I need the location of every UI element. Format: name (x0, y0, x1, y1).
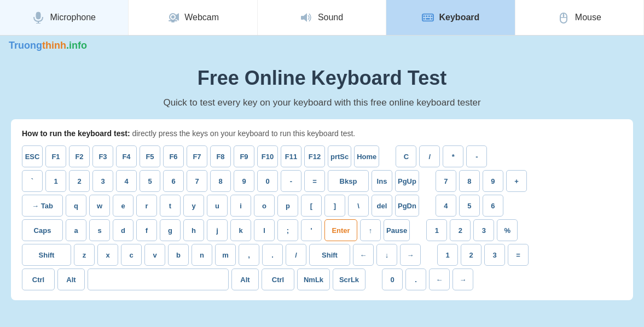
nav-item-mouse[interactable]: Mouse (515, 0, 644, 35)
key-numpad-pct[interactable]: % (497, 219, 518, 241)
key-z[interactable]: z (74, 244, 95, 266)
key-numpad-5[interactable]: 5 (459, 195, 480, 217)
key-f5[interactable]: F5 (140, 145, 160, 167)
key-r[interactable]: r (136, 195, 157, 217)
key-g[interactable]: g (160, 219, 181, 241)
key-numpad-6[interactable]: 6 (483, 195, 503, 217)
nav-item-sound[interactable]: Sound (258, 0, 386, 35)
key-f1[interactable]: F1 (45, 145, 66, 167)
key-5[interactable]: 5 (140, 170, 160, 192)
key-numpad-c[interactable]: C (396, 145, 416, 167)
nav-item-webcam[interactable]: Webcam (129, 0, 257, 35)
key-backspace[interactable]: Bksp (328, 170, 369, 192)
key-lbracket[interactable]: [ (301, 195, 322, 217)
key-f11[interactable]: F11 (281, 145, 301, 167)
key-1[interactable]: 1 (45, 170, 66, 192)
key-y[interactable]: y (183, 195, 204, 217)
key-numpad-2[interactable]: 2 (450, 219, 471, 241)
key-numpad-0[interactable]: 0 (382, 268, 403, 290)
key-numpad-right[interactable]: → (452, 268, 473, 290)
key-d[interactable]: d (113, 219, 134, 241)
key-numpad-2b[interactable]: 2 (461, 244, 481, 266)
key-numpad-7[interactable]: 7 (436, 170, 456, 192)
key-ctrl-right[interactable]: Ctrl (262, 268, 294, 290)
key-space[interactable] (88, 268, 229, 290)
key-0[interactable]: 0 (257, 170, 278, 192)
key-v[interactable]: v (144, 244, 165, 266)
key-t[interactable]: t (160, 195, 181, 217)
key-ctrl-left[interactable]: Ctrl (22, 268, 55, 290)
key-rbracket[interactable]: ] (324, 195, 345, 217)
key-backslash[interactable]: \ (348, 195, 369, 217)
key-j[interactable]: j (207, 219, 228, 241)
key-pause[interactable]: Pause (384, 219, 410, 241)
key-enter[interactable]: Enter (324, 219, 357, 241)
nav-item-microphone[interactable]: Microphone (0, 0, 129, 35)
key-k[interactable]: k (230, 219, 251, 241)
key-f7[interactable]: F7 (187, 145, 207, 167)
key-4[interactable]: 4 (116, 170, 137, 192)
key-comma[interactable]: , (239, 244, 259, 266)
key-numpad-4[interactable]: 4 (436, 195, 456, 217)
key-q[interactable]: q (66, 195, 86, 217)
key-ins[interactable]: Ins (372, 170, 392, 192)
key-u[interactable]: u (207, 195, 228, 217)
key-l[interactable]: l (254, 219, 275, 241)
key-7[interactable]: 7 (187, 170, 207, 192)
key-pgup[interactable]: PgUp (395, 170, 419, 192)
key-numpad-3[interactable]: 3 (473, 219, 494, 241)
key-f2[interactable]: F2 (69, 145, 90, 167)
key-tab[interactable]: → Tab (22, 195, 63, 217)
key-alt-left[interactable]: Alt (57, 268, 85, 290)
key-numpad-1[interactable]: 1 (426, 219, 447, 241)
brand-logo[interactable]: Truongthinh.info (0, 36, 644, 56)
key-numpad-left[interactable]: ← (429, 268, 450, 290)
key-numpad-1b[interactable]: 1 (437, 244, 458, 266)
key-w[interactable]: w (89, 195, 110, 217)
key-9[interactable]: 9 (234, 170, 254, 192)
key-f9[interactable]: F9 (234, 145, 254, 167)
key-8[interactable]: 8 (210, 170, 231, 192)
key-6[interactable]: 6 (163, 170, 184, 192)
key-m[interactable]: m (215, 244, 236, 266)
key-f8[interactable]: F8 (210, 145, 231, 167)
key-prtsc[interactable]: prtSc (328, 145, 351, 167)
key-e[interactable]: e (113, 195, 134, 217)
key-f4[interactable]: F4 (116, 145, 137, 167)
key-i[interactable]: i (230, 195, 251, 217)
key-numpad-dot[interactable]: . (405, 268, 426, 290)
key-shift-left[interactable]: Shift (22, 244, 71, 266)
key-semicolon[interactable]: ; (277, 219, 298, 241)
key-quote[interactable]: ' (301, 219, 322, 241)
key-a[interactable]: a (66, 219, 86, 241)
key-numpad-plus[interactable]: + (506, 170, 527, 192)
key-f12[interactable]: F12 (304, 145, 325, 167)
key-f10[interactable]: F10 (257, 145, 278, 167)
key-numpad-3b[interactable]: 3 (484, 244, 505, 266)
key-caps[interactable]: Caps (22, 219, 63, 241)
key-right[interactable]: → (400, 244, 421, 266)
key-numpad-minus[interactable]: - (466, 145, 487, 167)
key-3[interactable]: 3 (92, 170, 113, 192)
key-2[interactable]: 2 (69, 170, 90, 192)
key-b[interactable]: b (168, 244, 189, 266)
key-n[interactable]: n (192, 244, 212, 266)
key-h[interactable]: h (183, 219, 204, 241)
key-del[interactable]: del (372, 195, 392, 217)
key-period[interactable]: . (262, 244, 283, 266)
key-o[interactable]: o (254, 195, 275, 217)
key-p[interactable]: p (277, 195, 298, 217)
key-down[interactable]: ↓ (376, 244, 397, 266)
key-slash[interactable]: / (286, 244, 306, 266)
key-x[interactable]: x (97, 244, 118, 266)
key-pgdn[interactable]: PgDn (395, 195, 419, 217)
key-numpad-8[interactable]: 8 (459, 170, 480, 192)
key-numpad-9[interactable]: 9 (483, 170, 503, 192)
key-s[interactable]: s (89, 219, 110, 241)
key-f[interactable]: f (136, 219, 157, 241)
key-c[interactable]: c (121, 244, 142, 266)
key-esc[interactable]: ESC (22, 145, 43, 167)
key-scrolllock[interactable]: ScrLk (333, 268, 365, 290)
key-up[interactable]: ↑ (360, 219, 381, 241)
key-numpad-mul[interactable]: * (443, 145, 463, 167)
